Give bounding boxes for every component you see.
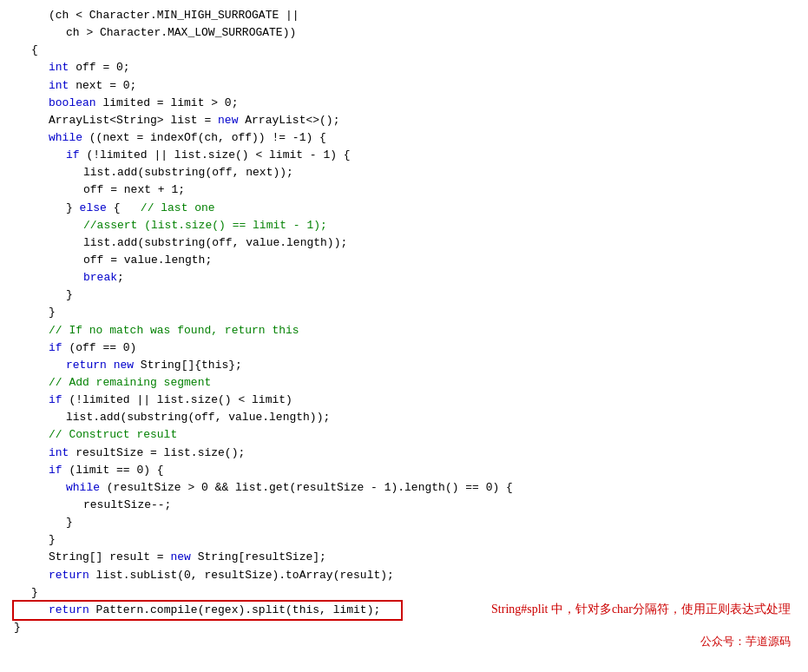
pl-token: (off == 0) xyxy=(62,339,137,357)
pl-token: String[]{this}; xyxy=(134,357,242,374)
pl-token: } xyxy=(66,514,73,531)
pl-token: } xyxy=(49,531,56,549)
pl-token: { xyxy=(107,200,121,217)
pl-token: (limit == 0) { xyxy=(62,462,164,479)
code-line: while ((next = indexOf(ch, off)) != -1) … xyxy=(14,129,808,147)
code-line: list.add(substring(off, next)); xyxy=(14,164,808,181)
pl-token: limited = limit > 0; xyxy=(96,95,239,112)
code-line: // Construct result xyxy=(14,426,808,444)
code-line: return new String[]{this}; xyxy=(14,357,808,374)
pl-token: Pattern.compile(regex).split(this, limit… xyxy=(89,602,380,619)
pl-token: list.add(substring(off, value.length)); xyxy=(83,234,347,252)
pl-token: ArrayList<>(); xyxy=(238,112,339,129)
code-line: } xyxy=(14,619,808,636)
code-line: } xyxy=(14,287,808,304)
pl-token: list.subList(0, resultSize).toArray(resu… xyxy=(89,567,394,584)
code-line: } else { // last one xyxy=(14,200,808,217)
code-line: list.add(substring(off, value.length)); xyxy=(14,409,808,426)
code-line: int off = 0; xyxy=(14,59,808,76)
pl-token: } xyxy=(49,304,56,321)
code-line: off = value.length; xyxy=(14,252,808,269)
code-line: } xyxy=(14,584,808,602)
code-line: off = next + 1; xyxy=(14,181,808,199)
code-line: ch > Character.MAX_LOW_SURROGATE)) xyxy=(14,24,808,42)
kw-token: new xyxy=(114,357,134,374)
pl-token: list.add(substring(off, value.length)); xyxy=(66,409,330,426)
pl-token: (!limited || list.size() < limit) xyxy=(62,392,292,409)
code-line: int next = 0; xyxy=(14,77,808,95)
kw-token: int xyxy=(49,445,69,462)
pl-token: resultSize--; xyxy=(83,497,171,514)
kw-token: int xyxy=(49,59,69,76)
kw-token: boolean xyxy=(49,95,96,112)
pl-token: } xyxy=(66,287,73,304)
annotation-text: String#split 中，针对多char分隔符，使用正则表达式处理 xyxy=(491,600,791,619)
kw-token: return xyxy=(66,357,107,374)
code-line: if (!limited || list.size() < limit - 1)… xyxy=(14,147,808,164)
pl-token: String[] result = xyxy=(49,549,170,566)
cm-token: //assert (list.size() == limit - 1); xyxy=(83,217,327,234)
kw-token: if xyxy=(49,339,62,357)
cm-token: // If no match was found, return this xyxy=(49,322,299,339)
kw-token: return xyxy=(49,602,89,619)
pl-token: next = 0; xyxy=(69,77,136,95)
pl-token: } xyxy=(31,584,38,602)
code-line: if (off == 0) xyxy=(14,339,808,357)
pl-token: ; xyxy=(117,269,124,287)
code-line: ArrayList<String> list = new ArrayList<>… xyxy=(14,112,808,129)
pl-token: ArrayList<String> list = xyxy=(49,112,218,129)
code-line: } xyxy=(14,531,808,549)
code-line: break; xyxy=(14,269,808,287)
cm-token: // last one xyxy=(120,200,214,217)
code-line: (ch < Character.MIN_HIGH_SURROGATE || xyxy=(14,7,808,24)
pl-token: list.add(substring(off, next)); xyxy=(83,164,293,181)
watermark-text: 公众号：芋道源码 xyxy=(700,633,791,665)
kw-token: break xyxy=(83,269,117,287)
kw-token: if xyxy=(49,462,62,479)
code-line: return list.subList(0, resultSize).toArr… xyxy=(14,567,808,584)
kw-token: return xyxy=(49,567,89,584)
kw-token: while xyxy=(49,129,82,147)
code-block: (ch < Character.MIN_HIGH_SURROGATE ||ch … xyxy=(14,7,808,636)
pl-token: String[resultSize]; xyxy=(191,549,326,566)
code-container: (ch < Character.MIN_HIGH_SURROGATE ||ch … xyxy=(0,0,808,672)
cm-token: // Add remaining segment xyxy=(49,374,211,392)
pl-token: off = next + 1; xyxy=(83,181,185,199)
pl-token: } xyxy=(14,619,21,636)
code-line: if (limit == 0) { xyxy=(14,462,808,479)
cm-token: // Construct result xyxy=(49,426,177,444)
code-line: } xyxy=(14,304,808,321)
pl-token: (resultSize > 0 && list.get(resultSize -… xyxy=(100,479,513,497)
code-line: // Add remaining segment xyxy=(14,374,808,392)
code-line: if (!limited || list.size() < limit) xyxy=(14,392,808,409)
kw-token: while xyxy=(66,479,100,497)
kw-token: new xyxy=(218,112,238,129)
pl-token: off = 0; xyxy=(69,59,129,76)
pl-token: ch > Character.MAX_LOW_SURROGATE)) xyxy=(66,24,296,42)
pl-token: ((next = indexOf(ch, off)) != -1) { xyxy=(82,129,326,147)
kw-token: if xyxy=(49,392,62,409)
code-line: boolean limited = limit > 0; xyxy=(14,95,808,112)
code-line: // If no match was found, return this xyxy=(14,322,808,339)
pl-token: (!limited || list.size() < limit - 1) { xyxy=(80,147,351,164)
pl-token: } xyxy=(66,200,80,217)
pl-token xyxy=(107,357,114,374)
kw-token: if xyxy=(66,147,80,164)
code-line: resultSize--; xyxy=(14,497,808,514)
kw-token: int xyxy=(49,77,69,95)
pl-token: off = value.length; xyxy=(83,252,212,269)
code-line: list.add(substring(off, value.length)); xyxy=(14,234,808,252)
kw-token: else xyxy=(80,200,107,217)
code-line: { xyxy=(14,42,808,59)
pl-token: (ch < Character.MIN_HIGH_SURROGATE || xyxy=(49,7,299,24)
pl-token: resultSize = list.size(); xyxy=(69,445,245,462)
kw-token: new xyxy=(170,549,190,566)
code-line: String[] result = new String[resultSize]… xyxy=(14,549,808,566)
code-line: } xyxy=(14,514,808,531)
code-line: while (resultSize > 0 && list.get(result… xyxy=(14,479,808,497)
code-line: //assert (list.size() == limit - 1); xyxy=(14,217,808,234)
code-line: int resultSize = list.size(); xyxy=(14,445,808,462)
pl-token: { xyxy=(31,42,38,59)
